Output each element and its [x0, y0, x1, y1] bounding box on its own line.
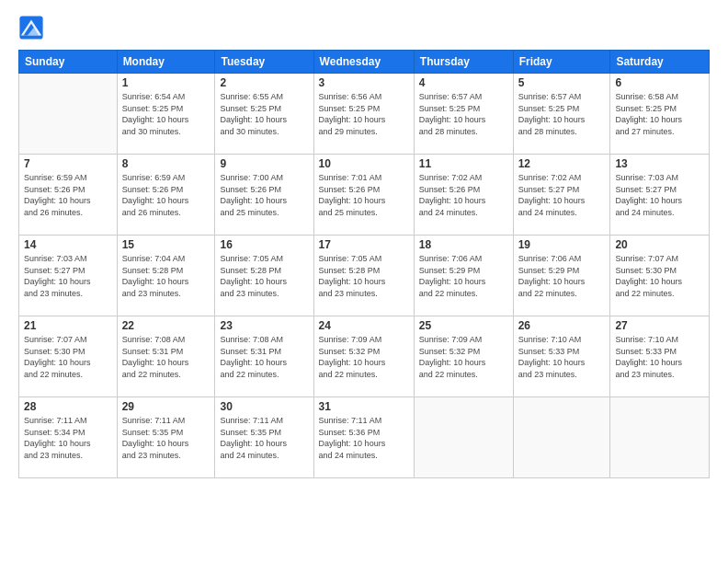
day-number: 31 [319, 400, 409, 413]
day-info: Sunrise: 6:57 AM Sunset: 5:25 PM Dayligh… [518, 91, 606, 137]
day-info: Sunrise: 7:08 AM Sunset: 5:31 PM Dayligh… [220, 334, 308, 380]
calendar-header-sunday: Sunday [19, 51, 118, 74]
header [18, 15, 710, 40]
day-info: Sunrise: 7:07 AM Sunset: 5:30 PM Dayligh… [615, 253, 704, 299]
day-cell: 16Sunrise: 7:05 AM Sunset: 5:28 PM Dayli… [215, 236, 313, 316]
day-info: Sunrise: 7:08 AM Sunset: 5:31 PM Dayligh… [122, 334, 210, 380]
day-number: 7 [24, 157, 112, 170]
day-info: Sunrise: 7:05 AM Sunset: 5:28 PM Dayligh… [220, 253, 308, 299]
day-number: 29 [122, 400, 210, 413]
day-cell: 6Sunrise: 6:58 AM Sunset: 5:25 PM Daylig… [610, 74, 710, 155]
day-number: 10 [319, 157, 409, 170]
day-number: 20 [615, 238, 704, 251]
day-info: Sunrise: 7:06 AM Sunset: 5:29 PM Dayligh… [419, 253, 508, 299]
day-number: 19 [518, 238, 606, 251]
day-number: 1 [122, 76, 210, 89]
calendar-header-row: SundayMondayTuesdayWednesdayThursdayFrid… [19, 51, 710, 74]
day-cell: 15Sunrise: 7:04 AM Sunset: 5:28 PM Dayli… [117, 236, 215, 316]
calendar-header-monday: Monday [117, 51, 215, 74]
day-number: 4 [419, 76, 508, 89]
day-cell: 14Sunrise: 7:03 AM Sunset: 5:27 PM Dayli… [19, 236, 118, 316]
day-info: Sunrise: 7:10 AM Sunset: 5:33 PM Dayligh… [615, 334, 704, 380]
day-cell: 20Sunrise: 7:07 AM Sunset: 5:30 PM Dayli… [610, 236, 710, 316]
day-number: 16 [220, 238, 308, 251]
week-row-1: 1Sunrise: 6:54 AM Sunset: 5:25 PM Daylig… [19, 74, 710, 155]
day-number: 9 [220, 157, 308, 170]
day-cell: 3Sunrise: 6:56 AM Sunset: 5:25 PM Daylig… [313, 74, 414, 155]
day-cell: 24Sunrise: 7:09 AM Sunset: 5:32 PM Dayli… [313, 316, 414, 397]
week-row-5: 28Sunrise: 7:11 AM Sunset: 5:34 PM Dayli… [19, 397, 710, 478]
calendar-header-friday: Friday [513, 51, 610, 74]
day-info: Sunrise: 7:02 AM Sunset: 5:27 PM Dayligh… [518, 172, 606, 218]
day-number: 25 [419, 319, 508, 332]
day-number: 11 [419, 157, 508, 170]
week-row-4: 21Sunrise: 7:07 AM Sunset: 5:30 PM Dayli… [19, 316, 710, 397]
day-cell: 18Sunrise: 7:06 AM Sunset: 5:29 PM Dayli… [414, 236, 513, 316]
day-number: 30 [220, 400, 308, 413]
day-cell: 12Sunrise: 7:02 AM Sunset: 5:27 PM Dayli… [513, 155, 610, 236]
logo-icon [18, 15, 44, 40]
day-number: 24 [319, 319, 409, 332]
day-number: 15 [122, 238, 210, 251]
day-info: Sunrise: 6:57 AM Sunset: 5:25 PM Dayligh… [419, 91, 508, 137]
day-info: Sunrise: 7:03 AM Sunset: 5:27 PM Dayligh… [615, 172, 704, 218]
day-info: Sunrise: 7:09 AM Sunset: 5:32 PM Dayligh… [319, 334, 409, 380]
day-cell: 26Sunrise: 7:10 AM Sunset: 5:33 PM Dayli… [513, 316, 610, 397]
day-cell: 4Sunrise: 6:57 AM Sunset: 5:25 PM Daylig… [414, 74, 513, 155]
day-info: Sunrise: 7:02 AM Sunset: 5:26 PM Dayligh… [419, 172, 508, 218]
day-cell: 29Sunrise: 7:11 AM Sunset: 5:35 PM Dayli… [117, 397, 215, 478]
day-number: 17 [319, 238, 409, 251]
calendar-header-tuesday: Tuesday [215, 51, 313, 74]
day-number: 5 [518, 76, 606, 89]
day-info: Sunrise: 7:09 AM Sunset: 5:32 PM Dayligh… [419, 334, 508, 380]
day-info: Sunrise: 6:56 AM Sunset: 5:25 PM Dayligh… [319, 91, 409, 137]
day-cell: 8Sunrise: 6:59 AM Sunset: 5:26 PM Daylig… [117, 155, 215, 236]
day-cell: 7Sunrise: 6:59 AM Sunset: 5:26 PM Daylig… [19, 155, 118, 236]
week-row-2: 7Sunrise: 6:59 AM Sunset: 5:26 PM Daylig… [19, 155, 710, 236]
day-info: Sunrise: 7:03 AM Sunset: 5:27 PM Dayligh… [24, 253, 112, 299]
calendar: SundayMondayTuesdayWednesdayThursdayFrid… [18, 50, 710, 478]
day-info: Sunrise: 7:11 AM Sunset: 5:35 PM Dayligh… [122, 415, 210, 461]
day-number: 14 [24, 238, 112, 251]
day-number: 6 [615, 76, 704, 89]
day-cell: 28Sunrise: 7:11 AM Sunset: 5:34 PM Dayli… [19, 397, 118, 478]
day-info: Sunrise: 6:59 AM Sunset: 5:26 PM Dayligh… [122, 172, 210, 218]
day-number: 18 [419, 238, 508, 251]
day-info: Sunrise: 6:58 AM Sunset: 5:25 PM Dayligh… [615, 91, 704, 137]
day-number: 2 [220, 76, 308, 89]
day-info: Sunrise: 7:01 AM Sunset: 5:26 PM Dayligh… [319, 172, 409, 218]
day-number: 21 [24, 319, 112, 332]
day-info: Sunrise: 7:11 AM Sunset: 5:34 PM Dayligh… [24, 415, 112, 461]
day-number: 12 [518, 157, 606, 170]
day-number: 22 [122, 319, 210, 332]
day-number: 13 [615, 157, 704, 170]
day-cell: 17Sunrise: 7:05 AM Sunset: 5:28 PM Dayli… [313, 236, 414, 316]
calendar-header-saturday: Saturday [610, 51, 710, 74]
day-cell: 1Sunrise: 6:54 AM Sunset: 5:25 PM Daylig… [117, 74, 215, 155]
day-cell [513, 397, 610, 478]
day-cell [19, 74, 118, 155]
calendar-header-wednesday: Wednesday [313, 51, 414, 74]
day-number: 28 [24, 400, 112, 413]
day-cell: 30Sunrise: 7:11 AM Sunset: 5:35 PM Dayli… [215, 397, 313, 478]
day-number: 23 [220, 319, 308, 332]
day-number: 26 [518, 319, 606, 332]
page: SundayMondayTuesdayWednesdayThursdayFrid… [0, 0, 728, 563]
day-cell: 19Sunrise: 7:06 AM Sunset: 5:29 PM Dayli… [513, 236, 610, 316]
day-cell: 21Sunrise: 7:07 AM Sunset: 5:30 PM Dayli… [19, 316, 118, 397]
day-number: 8 [122, 157, 210, 170]
day-cell [610, 397, 710, 478]
day-cell: 10Sunrise: 7:01 AM Sunset: 5:26 PM Dayli… [313, 155, 414, 236]
day-number: 27 [615, 319, 704, 332]
day-info: Sunrise: 7:05 AM Sunset: 5:28 PM Dayligh… [319, 253, 409, 299]
day-info: Sunrise: 7:07 AM Sunset: 5:30 PM Dayligh… [24, 334, 112, 380]
day-info: Sunrise: 7:11 AM Sunset: 5:36 PM Dayligh… [319, 415, 409, 461]
day-info: Sunrise: 6:54 AM Sunset: 5:25 PM Dayligh… [122, 91, 210, 137]
day-info: Sunrise: 6:55 AM Sunset: 5:25 PM Dayligh… [220, 91, 308, 137]
day-cell: 27Sunrise: 7:10 AM Sunset: 5:33 PM Dayli… [610, 316, 710, 397]
day-cell: 25Sunrise: 7:09 AM Sunset: 5:32 PM Dayli… [414, 316, 513, 397]
day-cell: 9Sunrise: 7:00 AM Sunset: 5:26 PM Daylig… [215, 155, 313, 236]
day-cell [414, 397, 513, 478]
day-cell: 31Sunrise: 7:11 AM Sunset: 5:36 PM Dayli… [313, 397, 414, 478]
day-cell: 11Sunrise: 7:02 AM Sunset: 5:26 PM Dayli… [414, 155, 513, 236]
